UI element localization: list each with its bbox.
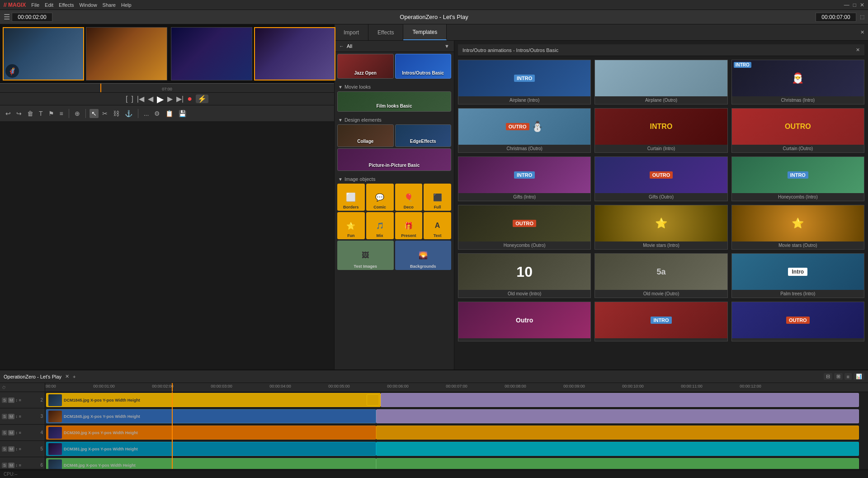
thumbnail-1[interactable]: 🦸 — [3, 27, 84, 80]
timeline-view-multi[interactable]: ⊞ — [834, 373, 843, 380]
menu-file[interactable]: File — [31, 2, 39, 8]
template-gifts-outro[interactable]: OUTRO Gifts (Outro) — [594, 156, 727, 201]
track-6-m-button[interactable]: M — [8, 463, 14, 468]
template-palm-trees-intro[interactable]: Intro Palm trees (Intro) — [731, 253, 864, 298]
timeline-view-list[interactable]: ≡ — [844, 373, 852, 380]
menu-window[interactable]: Window — [79, 2, 97, 8]
menu-effects[interactable]: Effects — [59, 2, 74, 8]
template-outro-1[interactable]: Outro — [458, 302, 591, 341]
time-display-right[interactable]: 00:00:07:00 — [816, 13, 856, 22]
category-test-images[interactable]: 🖼 Test Images — [337, 241, 394, 270]
category-fun[interactable]: ⭐ Fun — [337, 212, 365, 239]
clip-4-extra[interactable] — [376, 426, 859, 440]
category-deco[interactable]: 🎈 Deco — [395, 184, 423, 211]
template-movie-stars-intro[interactable]: ⭐ Movie stars (Intro) — [594, 205, 727, 250]
menu-edit[interactable]: Edit — [45, 2, 53, 8]
back-button[interactable]: ← — [339, 43, 344, 49]
clip-3-extra[interactable] — [376, 409, 859, 423]
track-2-s-button[interactable]: S — [2, 398, 7, 403]
delete-button[interactable]: 🗑 — [25, 109, 35, 118]
save-clip-button[interactable]: 💾 — [177, 109, 188, 118]
tab-import[interactable]: Import — [335, 24, 368, 40]
track-3-s-button[interactable]: S — [2, 414, 7, 419]
category-intros-outros[interactable]: Intros/Outros Basic — [395, 54, 452, 79]
minimize-button[interactable]: — — [844, 2, 849, 8]
category-text[interactable]: A Text — [424, 212, 451, 239]
template-airplane-outro[interactable]: Airplane (Outro) — [594, 60, 727, 104]
clip-button[interactable]: 📋 — [164, 109, 175, 118]
bracket-right-button[interactable]: ] — [131, 95, 133, 103]
category-jazz[interactable]: Jazz Open — [337, 54, 394, 79]
close-button[interactable]: ✕ — [860, 2, 864, 8]
category-mix[interactable]: 🎵 Mix — [366, 212, 394, 239]
track-3-m-button[interactable]: M — [8, 414, 14, 419]
unlink-tool[interactable]: ⚓ — [123, 109, 134, 118]
section-design-elements-header[interactable]: ▼ Design elements — [335, 115, 454, 124]
gear-button[interactable]: ⚙ — [152, 109, 162, 118]
more-button[interactable]: ... — [142, 109, 151, 118]
track-4-s-button[interactable]: S — [2, 430, 7, 435]
track-6-s-button[interactable]: S — [2, 463, 7, 468]
timeline-add-button[interactable]: + — [73, 374, 75, 379]
section-movie-looks-header[interactable]: ▼ Movie looks — [335, 82, 454, 91]
template-christmas-outro[interactable]: OUTRO ⛄ Christmas (Outro) — [458, 108, 591, 153]
template-honeycombs-intro[interactable]: INTRO Honeycombs (Intro) — [731, 156, 864, 201]
category-pip[interactable]: Picture-in-Picture Basic — [337, 148, 451, 171]
track-2-m-button[interactable]: M — [8, 398, 14, 403]
skip-to-start-button[interactable]: |◀ — [137, 95, 144, 103]
template-curtain-outro[interactable]: OUTRO Curtain (Outro) — [731, 108, 864, 153]
play-button[interactable]: ▶ — [157, 94, 164, 104]
thumbnail-3[interactable] — [171, 27, 252, 80]
tab-effects[interactable]: Effects — [368, 24, 403, 40]
clip-5-extra[interactable] — [376, 442, 859, 456]
time-display-left[interactable]: 00:00:02:00 — [12, 13, 52, 22]
timeline-view-timeline[interactable]: 📊 — [854, 373, 864, 380]
track-5-m-button[interactable]: M — [8, 446, 14, 452]
title-button[interactable]: T — [37, 109, 45, 118]
track-row-4[interactable]: DCM200.jpg X-pos Y-pos Width Height — [45, 425, 859, 441]
clip-track-2[interactable]: DCM1845.jpg X-pos Y-pos Width Height — [46, 393, 381, 407]
template-christmas-intro[interactable]: INTRO 🎅 Christmas (Intro) — [731, 60, 864, 104]
template-curtain-intro[interactable]: INTRO Curtain (Intro) — [594, 108, 727, 153]
tab-templates[interactable]: Templates — [403, 24, 447, 40]
marker-button[interactable]: ⚑ — [47, 109, 56, 118]
menu-share[interactable]: Share — [103, 2, 116, 8]
intros-panel-close[interactable]: ✕ — [856, 47, 860, 53]
template-gifts-intro[interactable]: INTRO Gifts (Intro) — [458, 156, 591, 201]
menu-help[interactable]: Help — [121, 2, 132, 8]
undo-button[interactable]: ↩ — [4, 109, 13, 118]
category-film-looks[interactable]: Film looks Basic — [337, 91, 451, 112]
prev-frame-button[interactable]: ◀ — [148, 95, 153, 103]
next-frame-button[interactable]: ▶ — [167, 95, 173, 103]
category-edge-effects[interactable]: EdgeEffects — [395, 124, 452, 147]
track-row-5[interactable]: DCM381.jpg X-pos Y-pos Width Height — [45, 441, 859, 457]
timeline-view-storyboard[interactable]: ⊟ — [824, 373, 832, 380]
expand-button[interactable]: ⬚ — [860, 14, 864, 20]
bracket-left-button[interactable]: [ — [126, 95, 127, 103]
track-row-3[interactable]: DCM1845.jpg X-pos Y-pos Width Height — [45, 408, 859, 425]
template-old-movie-outro[interactable]: 5a Old movie (Outro) — [594, 253, 727, 298]
timeline-close-button[interactable]: ✕ — [65, 374, 69, 379]
category-collage[interactable]: Collage — [337, 124, 394, 147]
record-button[interactable]: ● — [187, 94, 192, 104]
skip-to-end-button[interactable]: ▶| — [176, 95, 184, 103]
category-borders[interactable]: ⬜ Borders — [337, 184, 365, 211]
template-movie-stars-outro[interactable]: ⭐ Movie stars (Outro) — [731, 205, 864, 250]
add-button[interactable]: ⊕ — [73, 109, 82, 118]
nav-dropdown-icon[interactable]: ▼ — [444, 43, 449, 49]
category-comic[interactable]: 💬 Comic — [366, 184, 394, 211]
section-image-objects-header[interactable]: ▼ Image objects — [335, 175, 454, 184]
link-tool[interactable]: ⛓ — [111, 109, 121, 118]
razor-tool[interactable]: ✂ — [100, 109, 109, 118]
maximize-button[interactable]: □ — [853, 2, 856, 8]
track-row-6[interactable]: DCM48.jpg X-pos Y-pos Width Height — [45, 457, 859, 469]
track-4-m-button[interactable]: M — [8, 430, 14, 435]
hamburger-icon[interactable]: ☰ — [4, 13, 10, 21]
clip-track-5[interactable]: DCM381.jpg X-pos Y-pos Width Height — [46, 442, 376, 456]
category-full[interactable]: ⬛ Full — [424, 184, 451, 211]
thumbnail-4[interactable] — [254, 27, 335, 80]
lightning-button[interactable]: ⚡ — [196, 95, 208, 103]
clip-track-4[interactable]: DCM200.jpg X-pos Y-pos Width Height — [46, 426, 376, 440]
category-backgrounds[interactable]: 🌄 Backgrounds — [395, 241, 452, 270]
category-present[interactable]: 🎁 Present — [395, 212, 423, 239]
